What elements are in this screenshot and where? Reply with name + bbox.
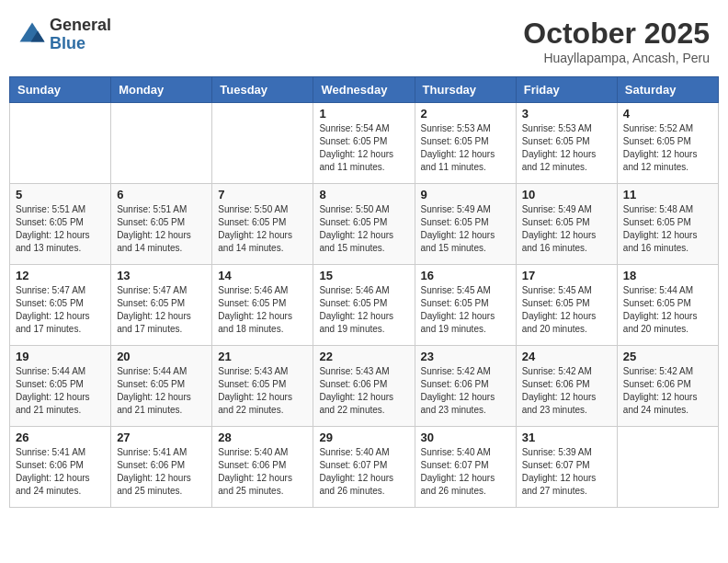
day-info: Sunrise: 5:46 AM Sunset: 6:05 PM Dayligh… (319, 284, 408, 336)
weekday-header: Saturday (617, 77, 718, 103)
day-number: 19 (16, 350, 105, 363)
calendar-cell: 18Sunrise: 5:44 AM Sunset: 6:05 PM Dayli… (617, 265, 718, 346)
calendar-cell: 15Sunrise: 5:46 AM Sunset: 6:05 PM Dayli… (313, 265, 415, 346)
day-info: Sunrise: 5:40 AM Sunset: 6:07 PM Dayligh… (319, 446, 408, 498)
day-info: Sunrise: 5:42 AM Sunset: 6:06 PM Dayligh… (421, 365, 510, 417)
day-info: Sunrise: 5:44 AM Sunset: 6:05 PM Dayligh… (623, 284, 712, 336)
day-number: 15 (319, 269, 408, 282)
calendar-cell (111, 103, 212, 184)
weekday-header: Friday (516, 77, 617, 103)
day-info: Sunrise: 5:40 AM Sunset: 6:07 PM Dayligh… (421, 446, 510, 498)
day-number: 2 (421, 107, 510, 121)
page-header: General Blue October 2025 Huayllapampa, … (9, 9, 719, 69)
day-info: Sunrise: 5:51 AM Sunset: 6:05 PM Dayligh… (117, 203, 206, 255)
calendar-cell: 17Sunrise: 5:45 AM Sunset: 6:05 PM Dayli… (516, 265, 617, 346)
logo-icon (18, 21, 46, 49)
day-number: 18 (623, 269, 712, 282)
day-info: Sunrise: 5:50 AM Sunset: 6:05 PM Dayligh… (319, 203, 408, 255)
day-info: Sunrise: 5:54 AM Sunset: 6:05 PM Dayligh… (319, 122, 408, 174)
day-number: 16 (421, 269, 510, 282)
calendar-cell: 28Sunrise: 5:40 AM Sunset: 6:06 PM Dayli… (212, 427, 313, 508)
day-number: 6 (117, 188, 206, 201)
day-number: 7 (218, 188, 307, 201)
calendar-cell (617, 427, 718, 508)
day-number: 17 (522, 269, 611, 282)
day-number: 12 (16, 269, 105, 282)
day-number: 13 (117, 269, 206, 282)
location: Huayllapampa, Ancash, Peru (523, 51, 710, 65)
calendar-cell: 14Sunrise: 5:46 AM Sunset: 6:05 PM Dayli… (212, 265, 313, 346)
calendar-week-row: 26Sunrise: 5:41 AM Sunset: 6:06 PM Dayli… (10, 427, 719, 508)
calendar-cell: 7Sunrise: 5:50 AM Sunset: 6:05 PM Daylig… (212, 184, 313, 265)
day-info: Sunrise: 5:41 AM Sunset: 6:06 PM Dayligh… (16, 446, 105, 498)
calendar-cell: 11Sunrise: 5:48 AM Sunset: 6:05 PM Dayli… (617, 184, 718, 265)
day-info: Sunrise: 5:52 AM Sunset: 6:05 PM Dayligh… (623, 122, 712, 174)
day-info: Sunrise: 5:42 AM Sunset: 6:06 PM Dayligh… (623, 365, 712, 417)
calendar-cell: 8Sunrise: 5:50 AM Sunset: 6:05 PM Daylig… (313, 184, 415, 265)
calendar-cell: 27Sunrise: 5:41 AM Sunset: 6:06 PM Dayli… (111, 427, 212, 508)
day-info: Sunrise: 5:51 AM Sunset: 6:05 PM Dayligh… (16, 203, 105, 255)
calendar-week-row: 19Sunrise: 5:44 AM Sunset: 6:05 PM Dayli… (10, 346, 719, 427)
day-number: 1 (319, 107, 408, 121)
calendar-cell: 30Sunrise: 5:40 AM Sunset: 6:07 PM Dayli… (415, 427, 516, 508)
weekday-header: Wednesday (313, 77, 415, 103)
day-number: 5 (16, 188, 105, 201)
calendar-cell: 6Sunrise: 5:51 AM Sunset: 6:05 PM Daylig… (111, 184, 212, 265)
day-info: Sunrise: 5:44 AM Sunset: 6:05 PM Dayligh… (117, 365, 206, 417)
calendar-cell (10, 103, 111, 184)
day-number: 20 (117, 350, 206, 363)
day-info: Sunrise: 5:45 AM Sunset: 6:05 PM Dayligh… (522, 284, 611, 336)
calendar-cell: 20Sunrise: 5:44 AM Sunset: 6:05 PM Dayli… (111, 346, 212, 427)
day-number: 3 (522, 107, 611, 121)
logo: General Blue (18, 17, 111, 53)
weekday-header: Tuesday (212, 77, 313, 103)
day-info: Sunrise: 5:40 AM Sunset: 6:06 PM Dayligh… (218, 446, 307, 498)
day-number: 10 (522, 188, 611, 201)
day-number: 4 (623, 107, 712, 121)
month-title: October 2025 (523, 17, 710, 51)
day-info: Sunrise: 5:41 AM Sunset: 6:06 PM Dayligh… (117, 446, 206, 498)
day-info: Sunrise: 5:45 AM Sunset: 6:05 PM Dayligh… (421, 284, 510, 336)
calendar-cell: 31Sunrise: 5:39 AM Sunset: 6:07 PM Dayli… (516, 427, 617, 508)
calendar-cell: 13Sunrise: 5:47 AM Sunset: 6:05 PM Dayli… (111, 265, 212, 346)
day-info: Sunrise: 5:43 AM Sunset: 6:05 PM Dayligh… (218, 365, 307, 417)
calendar-cell: 10Sunrise: 5:49 AM Sunset: 6:05 PM Dayli… (516, 184, 617, 265)
day-info: Sunrise: 5:47 AM Sunset: 6:05 PM Dayligh… (16, 284, 105, 336)
day-number: 21 (218, 350, 307, 363)
calendar-cell: 23Sunrise: 5:42 AM Sunset: 6:06 PM Dayli… (415, 346, 516, 427)
calendar-cell: 21Sunrise: 5:43 AM Sunset: 6:05 PM Dayli… (212, 346, 313, 427)
day-info: Sunrise: 5:44 AM Sunset: 6:05 PM Dayligh… (16, 365, 105, 417)
logo-text: General Blue (50, 17, 111, 53)
calendar-table: SundayMondayTuesdayWednesdayThursdayFrid… (9, 76, 719, 508)
calendar-week-row: 1Sunrise: 5:54 AM Sunset: 6:05 PM Daylig… (10, 103, 719, 184)
calendar-header-row: SundayMondayTuesdayWednesdayThursdayFrid… (10, 77, 719, 103)
day-info: Sunrise: 5:39 AM Sunset: 6:07 PM Dayligh… (522, 446, 611, 498)
day-info: Sunrise: 5:47 AM Sunset: 6:05 PM Dayligh… (117, 284, 206, 336)
day-info: Sunrise: 5:48 AM Sunset: 6:05 PM Dayligh… (623, 203, 712, 255)
day-number: 8 (319, 188, 408, 201)
calendar-cell: 9Sunrise: 5:49 AM Sunset: 6:05 PM Daylig… (415, 184, 516, 265)
day-number: 26 (16, 431, 105, 444)
calendar-week-row: 5Sunrise: 5:51 AM Sunset: 6:05 PM Daylig… (10, 184, 719, 265)
calendar-cell: 1Sunrise: 5:54 AM Sunset: 6:05 PM Daylig… (313, 103, 415, 184)
day-number: 30 (421, 431, 510, 444)
calendar-cell: 19Sunrise: 5:44 AM Sunset: 6:05 PM Dayli… (10, 346, 111, 427)
day-info: Sunrise: 5:42 AM Sunset: 6:06 PM Dayligh… (522, 365, 611, 417)
day-number: 14 (218, 269, 307, 282)
day-number: 22 (319, 350, 408, 363)
day-number: 24 (522, 350, 611, 363)
calendar-cell: 4Sunrise: 5:52 AM Sunset: 6:05 PM Daylig… (617, 103, 718, 184)
day-number: 31 (522, 431, 611, 444)
day-number: 11 (623, 188, 712, 201)
weekday-header: Thursday (415, 77, 516, 103)
day-number: 9 (421, 188, 510, 201)
calendar-week-row: 12Sunrise: 5:47 AM Sunset: 6:05 PM Dayli… (10, 265, 719, 346)
day-number: 28 (218, 431, 307, 444)
day-number: 25 (623, 350, 712, 363)
calendar-cell: 29Sunrise: 5:40 AM Sunset: 6:07 PM Dayli… (313, 427, 415, 508)
calendar-cell: 12Sunrise: 5:47 AM Sunset: 6:05 PM Dayli… (10, 265, 111, 346)
weekday-header: Sunday (10, 77, 111, 103)
day-info: Sunrise: 5:53 AM Sunset: 6:05 PM Dayligh… (522, 122, 611, 174)
day-number: 27 (117, 431, 206, 444)
day-number: 23 (421, 350, 510, 363)
